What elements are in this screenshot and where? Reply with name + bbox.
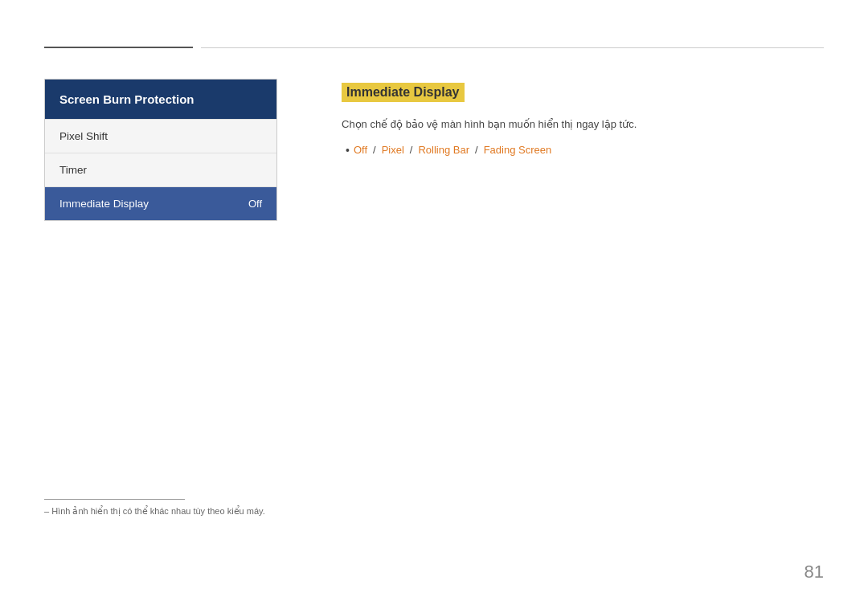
separator-2: /: [410, 144, 413, 156]
option-fading: Fading Screen: [484, 144, 552, 156]
menu-item-timer[interactable]: Timer: [45, 153, 276, 186]
menu-item-immediate-display-label: Immediate Display: [59, 198, 149, 210]
menu-panel: Screen Burn Protection Pixel Shift Timer…: [44, 79, 277, 221]
menu-item-timer-label: Timer: [59, 164, 87, 176]
footer-divider: [44, 499, 185, 500]
menu-item-immediate-display-value: Off: [248, 198, 262, 210]
top-dividers: [44, 47, 824, 48]
divider-right: [201, 47, 824, 48]
menu-item-pixel-shift[interactable]: Pixel Shift: [45, 119, 276, 153]
options-list: Off / Pixel / Rolling Bar / Fading Scree…: [342, 144, 824, 157]
options-list-item: Off / Pixel / Rolling Bar / Fading Scree…: [346, 144, 824, 157]
footer-note: – Hình ảnh hiển thị có thể khác nhau tùy…: [44, 499, 265, 517]
menu-item-immediate-display[interactable]: Immediate Display Off: [45, 186, 276, 220]
option-rolling: Rolling Bar: [418, 144, 469, 156]
footer-text: – Hình ảnh hiển thị có thể khác nhau tùy…: [44, 506, 265, 517]
menu-header: Screen Burn Protection: [45, 80, 276, 119]
separator-3: /: [475, 144, 478, 156]
option-off: Off: [354, 144, 367, 156]
separator-1: /: [373, 144, 376, 156]
option-pixel: Pixel: [382, 144, 404, 156]
menu-item-pixel-shift-label: Pixel Shift: [59, 130, 108, 142]
divider-left: [44, 47, 193, 48]
right-content: Immediate Display Chọn chế độ bảo vệ màn…: [342, 79, 824, 221]
section-title: Immediate Display: [342, 83, 465, 102]
description-text: Chọn chế độ bảo vệ màn hình bạn muốn hiể…: [342, 116, 824, 133]
menu-header-label: Screen Burn Protection: [59, 92, 194, 106]
page-number: 81: [805, 562, 824, 582]
